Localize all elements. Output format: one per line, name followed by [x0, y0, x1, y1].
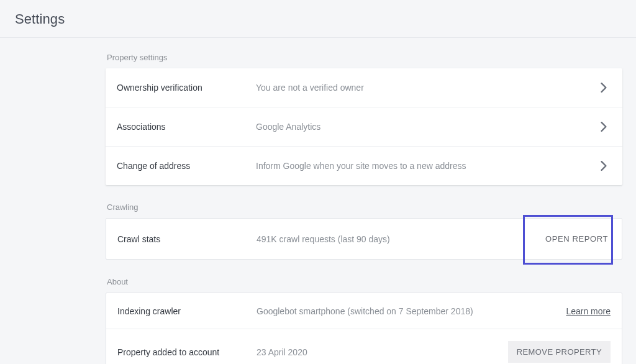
learn-more-link[interactable]: Learn more [566, 306, 611, 316]
row-associations[interactable]: Associations Google Analytics [106, 107, 622, 147]
row-value: You are not a verified owner [256, 83, 596, 93]
chevron-right-icon [596, 158, 611, 173]
row-crawl-stats: Crawl stats 491K crawl requests (last 90… [106, 219, 622, 259]
row-value: Inform Google when your site moves to a … [256, 161, 596, 171]
remove-property-button[interactable]: REMOVE PROPERTY [508, 341, 611, 363]
page-header: Settings [0, 0, 636, 38]
row-value: 23 April 2020 [257, 347, 508, 357]
row-indexing-crawler: Indexing crawler Googlebot smartphone (s… [106, 293, 622, 329]
page-title: Settings [15, 11, 621, 27]
row-label: Change of address [117, 161, 256, 171]
chevron-right-icon [596, 80, 611, 95]
row-ownership-verification[interactable]: Ownership verification You are not a ver… [106, 68, 622, 107]
section-label-property-settings: Property settings [106, 53, 622, 62]
row-label: Property added to account [117, 347, 257, 357]
settings-page: Settings Property settings Ownership ver… [0, 0, 636, 364]
chevron-right-icon [596, 119, 611, 134]
section-label-about: About [106, 277, 622, 286]
content: Property settings Ownership verification… [106, 38, 622, 364]
about-card: Indexing crawler Googlebot smartphone (s… [106, 293, 622, 364]
row-value: Googlebot smartphone (switched on 7 Sept… [257, 306, 566, 316]
row-label: Indexing crawler [117, 306, 257, 316]
row-change-of-address[interactable]: Change of address Inform Google when you… [106, 147, 622, 185]
row-label: Associations [117, 122, 256, 132]
row-label: Crawl stats [117, 234, 257, 244]
row-value: 491K crawl requests (last 90 days) [257, 234, 543, 244]
row-property-added: Property added to account 23 April 2020 … [106, 329, 622, 364]
open-report-button[interactable]: OPEN REPORT [543, 230, 611, 247]
section-label-crawling: Crawling [106, 202, 622, 212]
property-settings-card: Ownership verification You are not a ver… [106, 68, 622, 185]
crawling-card: Crawl stats 491K crawl requests (last 90… [106, 218, 622, 260]
row-value: Google Analytics [256, 122, 596, 132]
row-label: Ownership verification [117, 83, 256, 93]
